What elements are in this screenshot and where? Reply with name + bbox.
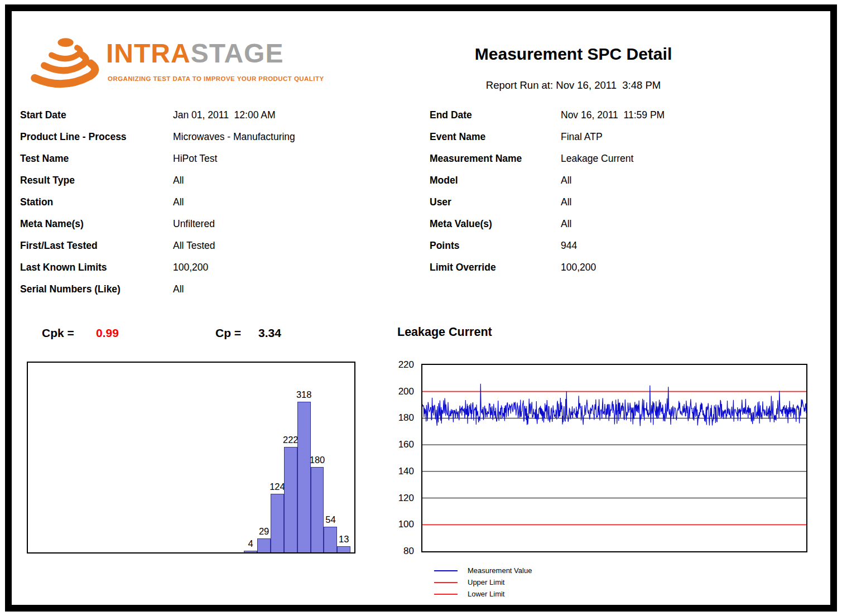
meta-label: Start Date <box>20 110 173 121</box>
meta-label: Measurement Name <box>430 154 561 164</box>
meta-value: All <box>173 198 184 208</box>
histogram-bar <box>244 551 257 552</box>
brand-wordmark: INTRASTAGE <box>106 38 283 69</box>
measurement-series <box>422 384 806 426</box>
meta-value: All <box>561 198 571 208</box>
cpk-label: Cpk = <box>42 326 74 340</box>
run-chart-plot <box>421 364 807 552</box>
histogram-bar-label: 13 <box>328 534 359 545</box>
intrastage-logo-icon <box>20 31 104 89</box>
metadata-left-column: Start DateJan 01, 2011 12:00 AMProduct L… <box>20 110 400 306</box>
run-chart-y-axis: 80100120140160180200220 <box>391 364 416 552</box>
meta-value: Unfiltered <box>173 219 215 229</box>
meta-row: Start DateJan 01, 2011 12:00 AM <box>20 110 400 121</box>
chart-legend: Measurement ValueUpper LimitLower Limit <box>434 565 532 600</box>
meta-value: All <box>561 176 571 186</box>
meta-row: Measurement NameLeakage Current <box>430 154 820 164</box>
meta-label: Model <box>430 176 561 186</box>
meta-row: Limit Override100,200 <box>430 263 820 273</box>
meta-row: First/Last TestedAll Tested <box>20 241 400 251</box>
meta-label: Limit Override <box>430 263 561 273</box>
meta-value: 100,200 <box>561 263 596 273</box>
report-run-label: Report Run at: <box>486 79 553 91</box>
legend-swatch-line <box>434 570 458 571</box>
meta-label: Serial Numbers (Like) <box>20 285 173 295</box>
meta-value: Leakage Current <box>561 154 633 164</box>
meta-label: Station <box>20 198 173 208</box>
y-axis-tick-label: 200 <box>391 386 416 397</box>
meta-value: All <box>173 285 184 295</box>
histogram-bar-label: 54 <box>315 514 346 525</box>
legend-item: Lower Limit <box>434 588 532 600</box>
y-axis-tick-label: 220 <box>391 359 416 370</box>
meta-label: User <box>430 198 561 208</box>
report-run-value: Nov 16, 2011 3:48 PM <box>556 79 661 91</box>
meta-value: 100,200 <box>173 263 208 273</box>
legend-swatch-line <box>434 594 458 595</box>
meta-row: ModelAll <box>430 176 820 186</box>
meta-label: Product Line - Process <box>20 132 173 142</box>
meta-label: Meta Value(s) <box>430 219 561 229</box>
meta-row: Test NameHiPot Test <box>20 154 400 164</box>
meta-row: Result TypeAll <box>20 176 400 186</box>
run-chart-svg <box>422 365 806 551</box>
meta-label: End Date <box>430 110 561 121</box>
meta-value: HiPot Test <box>173 154 217 164</box>
brand-intra: INTRA <box>106 38 191 68</box>
histogram-bar <box>337 546 350 552</box>
histogram-bar-label: 180 <box>302 455 333 465</box>
meta-label: Event Name <box>430 132 561 142</box>
spc-report-page: INTRASTAGE ORGANIZING TEST DATA TO IMPRO… <box>0 0 842 616</box>
meta-row: Points944 <box>430 241 820 251</box>
y-axis-tick-label: 180 <box>391 412 416 424</box>
legend-item: Upper Limit <box>434 576 532 588</box>
meta-label: Result Type <box>20 176 173 186</box>
legend-label: Lower Limit <box>468 590 504 598</box>
histogram-bar <box>311 467 324 552</box>
brand-tagline: ORGANIZING TEST DATA TO IMPROVE YOUR PRO… <box>108 75 324 82</box>
meta-row: Meta Name(s)Unfiltered <box>20 219 400 229</box>
meta-row: StationAll <box>20 198 400 208</box>
meta-label: Meta Name(s) <box>20 219 173 229</box>
legend-swatch-line <box>434 582 458 583</box>
histogram-bar <box>271 494 284 552</box>
page-title: Measurement SPC Detail <box>421 45 725 64</box>
y-axis-tick-label: 160 <box>391 439 416 450</box>
report-run-at: Report Run at: Nov 16, 2011 3:48 PM <box>421 79 725 92</box>
meta-label: Last Known Limits <box>20 263 173 273</box>
meta-value: Jan 01, 2011 12:00 AM <box>173 110 276 121</box>
meta-row: UserAll <box>430 198 820 208</box>
meta-label: First/Last Tested <box>20 241 173 251</box>
meta-value: All <box>561 219 571 229</box>
y-axis-tick-label: 120 <box>391 493 416 504</box>
cpk-value: 0.99 <box>96 326 119 340</box>
meta-label: Points <box>430 241 561 251</box>
legend-item: Measurement Value <box>434 565 532 576</box>
meta-row: End DateNov 16, 2011 11:59 PM <box>430 110 820 121</box>
legend-label: Upper Limit <box>468 578 504 586</box>
y-axis-tick-label: 100 <box>391 519 416 530</box>
histogram-bar <box>284 447 297 552</box>
meta-value: Microwaves - Manufacturing <box>173 132 295 142</box>
meta-row: Last Known Limits100,200 <box>20 263 400 273</box>
histogram-bar-label: 318 <box>288 389 320 400</box>
metadata-right-column: End DateNov 16, 2011 11:59 PMEvent NameF… <box>430 110 820 285</box>
run-chart-title: Leakage Current <box>397 325 492 339</box>
y-axis-tick-label: 140 <box>391 466 416 477</box>
meta-value: 944 <box>561 241 577 251</box>
meta-row: Product Line - ProcessMicrowaves - Manuf… <box>20 132 400 142</box>
meta-row: Meta Value(s)All <box>430 219 820 229</box>
meta-value: Nov 16, 2011 11:59 PM <box>561 110 665 121</box>
meta-row: Serial Numbers (Like)All <box>20 285 400 295</box>
brand-stage: STAGE <box>191 38 284 68</box>
meta-value: Final ATP <box>561 132 603 142</box>
meta-value: All Tested <box>173 241 215 251</box>
legend-label: Measurement Value <box>468 566 532 575</box>
histogram-plot: 4291242223181805413 <box>27 362 355 554</box>
histogram-bar <box>297 402 311 552</box>
logo-swirl <box>35 38 95 84</box>
cp-label: Cp = <box>215 326 241 340</box>
meta-value: All <box>173 176 184 186</box>
histogram-bar <box>257 538 271 552</box>
meta-label: Test Name <box>20 154 173 164</box>
